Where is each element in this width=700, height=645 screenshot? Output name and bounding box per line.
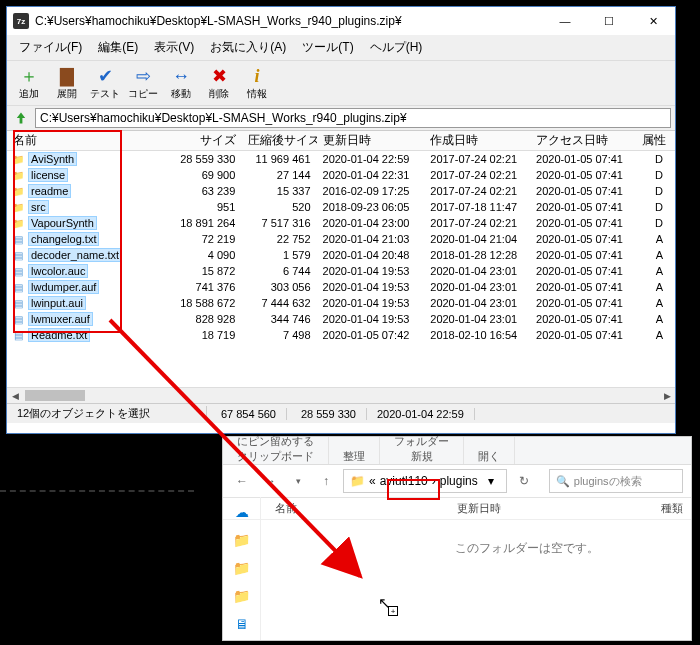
maximize-button[interactable]: ☐ <box>587 7 631 35</box>
search-input[interactable]: 🔍 pluginsの検索 <box>549 469 683 493</box>
cell-a: 2020-01-05 07:41 <box>530 297 636 309</box>
refresh-button[interactable]: ↻ <box>513 470 535 492</box>
ribbon-org[interactable]: 整理 <box>329 437 380 464</box>
up-button-explorer[interactable]: ↑ <box>315 470 337 492</box>
close-button[interactable]: ✕ <box>631 7 675 35</box>
cell-a: 2020-01-05 07:41 <box>530 313 636 325</box>
up-button[interactable] <box>11 108 31 128</box>
ribbon-open[interactable]: 開く <box>464 437 515 464</box>
cell-attr: D <box>636 217 675 229</box>
titlebar[interactable]: 7z C:¥Users¥hamochiku¥Desktop¥L-SMASH_Wo… <box>7 7 675 35</box>
address-input[interactable] <box>35 108 671 128</box>
list-header: 名前 サイズ 圧縮後サイズ 更新日時 作成日時 アクセス日時 属性 <box>7 131 675 151</box>
file-name: src <box>28 200 49 214</box>
info-button[interactable]: i情報 <box>239 63 275 103</box>
col-psize[interactable]: 圧縮後サイズ <box>242 132 317 149</box>
ecol-name[interactable]: 名前 <box>275 501 297 516</box>
cell-a: 2020-01-05 07:41 <box>530 217 636 229</box>
forward-button[interactable]: → <box>259 470 281 492</box>
table-row[interactable]: ▤Readme.txt18 7197 4982020-01-05 07:4220… <box>7 327 675 343</box>
table-row[interactable]: ▤lwmuxer.auf828 928344 7462020-01-04 19:… <box>7 311 675 327</box>
ecol-type[interactable]: 種類 <box>661 501 683 516</box>
nav-row: ← → ▾ ↑ 📁 « aviutl110› plugins ▾ ↻ 🔍 plu… <box>223 465 691 498</box>
folder-icon: 📁 <box>11 152 25 166</box>
move-button[interactable]: ↔移動 <box>163 63 199 103</box>
cell-c: 2018-02-10 16:54 <box>424 329 530 341</box>
folder-shortcut-icon[interactable]: 📁 <box>233 531 251 549</box>
ribbon: にピン留めするクリップボード 整理 フォルダー新規 開く <box>223 437 691 465</box>
table-row[interactable]: 📁license69 90027 1442020-01-04 22:312017… <box>7 167 675 183</box>
menu-edit[interactable]: 編集(E) <box>92 37 144 58</box>
search-placeholder: pluginsの検索 <box>574 474 642 489</box>
file-name: lwinput.aui <box>28 296 86 310</box>
add-button[interactable]: ＋追加 <box>11 63 47 103</box>
menu-file[interactable]: ファイル(F) <box>13 37 88 58</box>
extract-button[interactable]: ▇展開 <box>49 63 85 103</box>
scroll-right-icon[interactable]: ▶ <box>659 388 675 403</box>
folder-shortcut-icon-3[interactable]: 📁 <box>233 587 251 605</box>
cell-s: 741 376 <box>170 281 241 293</box>
cloud-icon[interactable]: ☁ <box>233 503 251 521</box>
file-name: Readme.txt <box>28 328 90 342</box>
cell-m: 2018-09-23 06:05 <box>317 201 425 213</box>
col-attr[interactable]: 属性 <box>636 132 675 149</box>
copy-button[interactable]: ⇨コピー <box>125 63 161 103</box>
cell-attr: A <box>636 249 675 261</box>
crumb-1[interactable]: aviutl110 <box>380 474 428 488</box>
cell-m: 2020-01-04 22:59 <box>317 153 425 165</box>
cell-s: 951 <box>170 201 241 213</box>
scroll-thumb[interactable] <box>25 390 85 401</box>
cell-s: 18 719 <box>170 329 241 341</box>
col-name[interactable]: 名前 <box>7 132 170 149</box>
file-name: lwmuxer.auf <box>28 312 93 326</box>
table-row[interactable]: 📁AviSynth28 559 33011 969 4612020-01-04 … <box>7 151 675 167</box>
dropdown-icon[interactable]: ▾ <box>287 470 309 492</box>
table-row[interactable]: 📁src9515202018-09-23 06:052017-07-18 11:… <box>7 199 675 215</box>
folder-shortcut-icon-2[interactable]: 📁 <box>233 559 251 577</box>
table-row[interactable]: ▤changelog.txt72 21922 7522020-01-04 21:… <box>7 231 675 247</box>
status-date: 2020-01-04 22:59 <box>367 408 475 420</box>
ecol-mod[interactable]: 更新日時 <box>457 501 501 516</box>
file-name: VapourSynth <box>28 216 97 230</box>
cell-s: 15 872 <box>170 265 241 277</box>
table-row[interactable]: ▤lwdumper.auf741 376303 0562020-01-04 19… <box>7 279 675 295</box>
copy-icon: ⇨ <box>132 65 154 87</box>
menu-view[interactable]: 表示(V) <box>148 37 200 58</box>
cell-m: 2020-01-04 19:53 <box>317 265 425 277</box>
info-icon: i <box>246 65 268 87</box>
ribbon-new[interactable]: フォルダー新規 <box>380 437 464 464</box>
pc-icon[interactable]: 🖥 <box>233 615 251 633</box>
status-size1: 67 854 560 <box>207 408 287 420</box>
table-row[interactable]: ▤lwinput.aui18 588 6727 444 6322020-01-0… <box>7 295 675 311</box>
file-icon: ▤ <box>11 280 25 294</box>
file-list[interactable]: 📁AviSynth28 559 33011 969 4612020-01-04 … <box>7 151 675 403</box>
menu-tool[interactable]: ツール(T) <box>296 37 359 58</box>
hscroll[interactable]: ◀ ▶ <box>7 387 675 403</box>
breadcrumb[interactable]: 📁 « aviutl110› plugins ▾ <box>343 469 507 493</box>
menu-help[interactable]: ヘルプ(H) <box>364 37 429 58</box>
cell-c: 2017-07-24 02:21 <box>424 185 530 197</box>
move-icon: ↔ <box>170 65 192 87</box>
col-cre[interactable]: 作成日時 <box>424 132 530 149</box>
test-button[interactable]: ✔テスト <box>87 63 123 103</box>
crumb-2[interactable]: plugins <box>440 474 478 488</box>
cell-a: 2020-01-05 07:41 <box>530 153 636 165</box>
scroll-left-icon[interactable]: ◀ <box>7 388 23 403</box>
cell-m: 2020-01-04 23:00 <box>317 217 425 229</box>
minimize-button[interactable]: — <box>543 7 587 35</box>
ribbon-pin[interactable]: にピン留めするクリップボード <box>223 437 329 464</box>
status-selection: 12個のオブジェクトを選択 <box>7 406 207 421</box>
delete-button[interactable]: ✖削除 <box>201 63 237 103</box>
back-button[interactable]: ← <box>231 470 253 492</box>
cell-attr: D <box>636 169 675 181</box>
table-row[interactable]: ▤decoder_name.txt4 0901 5792020-01-04 20… <box>7 247 675 263</box>
col-size[interactable]: サイズ <box>170 132 241 149</box>
cell-attr: A <box>636 281 675 293</box>
table-row[interactable]: 📁VapourSynth18 891 2647 517 3162020-01-0… <box>7 215 675 231</box>
col-mod[interactable]: 更新日時 <box>317 132 425 149</box>
menu-fav[interactable]: お気に入り(A) <box>204 37 292 58</box>
table-row[interactable]: ▤lwcolor.auc15 8726 7442020-01-04 19:532… <box>7 263 675 279</box>
cell-a: 2020-01-05 07:41 <box>530 281 636 293</box>
col-acc[interactable]: アクセス日時 <box>530 132 636 149</box>
table-row[interactable]: 📁readme63 23915 3372016-02-09 17:252017-… <box>7 183 675 199</box>
